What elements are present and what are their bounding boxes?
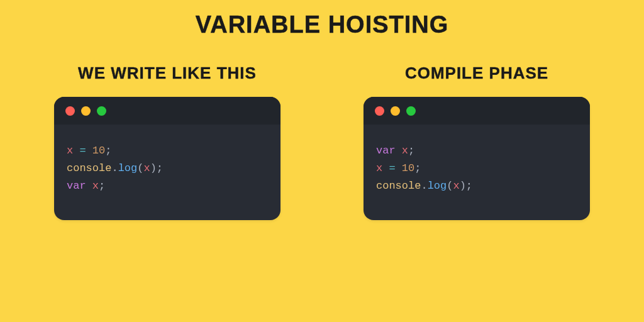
- code-token: [86, 145, 92, 157]
- code-token: =: [389, 162, 395, 174]
- code-line: var x;: [67, 177, 268, 195]
- left-titlebar: [54, 97, 280, 125]
- code-token: [382, 162, 389, 174]
- traffic-yellow-icon: [81, 106, 91, 116]
- code-line: console.log(x);: [67, 160, 268, 177]
- code-token: ;: [414, 162, 421, 174]
- code-token: x: [376, 162, 382, 174]
- code-token: 10: [92, 145, 105, 157]
- code-token: (: [137, 162, 143, 174]
- code-token: x: [453, 180, 459, 192]
- code-token: [73, 145, 79, 157]
- right-titlebar: [364, 97, 590, 125]
- page-title: VARIABLE HOISTING: [0, 0, 644, 38]
- code-line: x = 10;: [67, 142, 268, 160]
- columns: WE WRITE LIKE THIS x = 10;console.log(x)…: [0, 38, 644, 220]
- code-token: ;: [99, 180, 105, 192]
- traffic-yellow-icon: [391, 106, 400, 116]
- code-line: console.log(x);: [376, 177, 577, 195]
- code-token: x: [402, 145, 408, 157]
- code-line: x = 10;: [376, 160, 577, 177]
- right-column: COMPILE PHASE var x;x = 10;console.log(x…: [360, 64, 594, 220]
- right-code: var x;x = 10;console.log(x);: [364, 125, 590, 220]
- left-column: WE WRITE LIKE THIS x = 10;console.log(x)…: [50, 64, 284, 220]
- code-token: console: [67, 162, 111, 174]
- traffic-green-icon: [97, 106, 106, 116]
- code-token: .: [421, 180, 427, 192]
- code-token: var: [67, 180, 86, 192]
- code-token: x: [67, 145, 73, 157]
- code-token: .: [111, 162, 118, 174]
- code-token: log: [428, 180, 447, 192]
- code-token: var: [376, 145, 396, 157]
- code-token: [86, 180, 92, 192]
- right-heading: COMPILE PHASE: [405, 64, 548, 83]
- code-token: =: [79, 145, 86, 157]
- code-token: x: [92, 180, 99, 192]
- left-heading: WE WRITE LIKE THIS: [78, 64, 257, 83]
- code-token: );: [150, 162, 163, 174]
- code-token: ;: [408, 145, 414, 157]
- right-editor: var x;x = 10;console.log(x);: [364, 97, 590, 220]
- code-token: ;: [105, 145, 111, 157]
- left-editor: x = 10;console.log(x);var x;: [54, 97, 280, 220]
- code-token: );: [460, 180, 472, 192]
- traffic-red-icon: [375, 106, 384, 116]
- code-line: var x;: [376, 142, 577, 160]
- code-token: [396, 145, 402, 157]
- code-token: x: [143, 162, 150, 174]
- code-token: [396, 162, 402, 174]
- code-token: (: [447, 180, 453, 192]
- code-token: log: [118, 162, 138, 174]
- code-token: console: [376, 180, 421, 192]
- traffic-green-icon: [406, 106, 416, 116]
- code-token: 10: [402, 162, 414, 174]
- left-code: x = 10;console.log(x);var x;: [54, 125, 280, 220]
- traffic-red-icon: [65, 106, 75, 116]
